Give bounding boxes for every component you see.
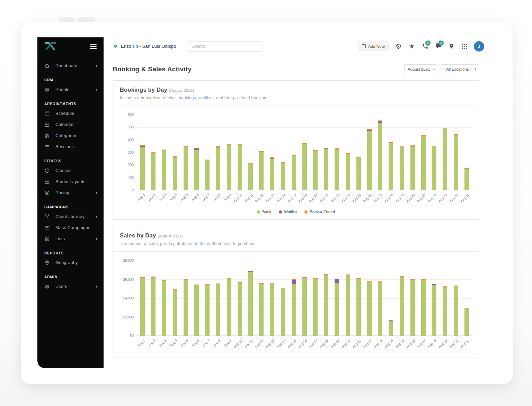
sidebar-item-client-journey[interactable]: Client Journey▼ [37,211,104,222]
sidebar-section-header: CRM [37,71,104,84]
x-tick-label: Aug 7 [201,193,210,202]
sidebar-item-sessions[interactable]: Sessions [37,141,104,152]
plot-area [137,261,472,336]
bar-slot [385,261,396,336]
sidebar-item-label: Calendar [55,122,98,127]
bar-segment-book [389,143,393,190]
bar-slot [440,115,450,190]
stepper-icon: ▴▾ [475,68,476,71]
menu-toggle-icon[interactable] [90,43,97,50]
sidebar-item-dashboard[interactable]: Dashboard▼ [37,60,104,71]
search-input[interactable] [187,41,263,52]
bar-segment-book [205,285,210,336]
stacked-bar-aug-28 [432,146,436,190]
calls-icon[interactable]: 3 [418,40,432,53]
bar-slot [461,261,472,336]
x-tick-label: Aug 5 [180,339,189,348]
stacked-bar-aug-10 [238,144,242,190]
bar-slot [277,115,288,190]
sidebar-item-label: Mass Campaigns [55,225,98,230]
bar-slot [331,115,342,190]
favorites-icon[interactable]: ★ [405,40,418,53]
user-avatar[interactable]: J [474,41,484,52]
sidebar-item-users[interactable]: Users▼ [37,281,104,292]
sidebar-item-pricing[interactable]: Pricing▼ [37,187,104,198]
x-tick-label: Aug 1 [136,339,145,348]
bar-segment-book [162,281,166,336]
stacked-bar-aug-7 [205,284,210,336]
bar-slot [191,115,202,190]
stacked-bar-aug-29 [443,286,447,336]
add-note-button[interactable]: Add Note [358,42,389,51]
bar-segment-book [378,123,382,190]
apps-grid-icon[interactable] [458,40,471,53]
divider [182,42,182,51]
bar-slot [267,261,277,336]
stacked-bar-aug-22 [367,281,372,336]
y-tick-label: 200 [118,163,134,167]
bar-segment-book [454,135,458,190]
stacked-bar-aug-24 [389,320,393,336]
bar-slot [375,115,385,190]
bar-segment-book [356,279,361,336]
bar-slot [429,115,440,190]
stacked-bar-aug-21 [356,157,361,190]
bar-slot [353,115,364,190]
sidebar-item-categories[interactable]: Categories [37,130,104,141]
location-indicator[interactable]: Enzo Fit - San Luis Obispo [113,44,176,49]
x-tick-label: Aug 9 [223,339,232,348]
location-select-value: - All Locations - [444,67,471,71]
stacked-bar-aug-5 [184,146,188,190]
sidebar-item-geography[interactable]: Geography [37,257,104,268]
notification-badge: 3 [425,40,431,46]
sidebar-item-label: Schedule [55,111,98,116]
bar-slot [397,115,407,190]
sidebar-item-calendar[interactable]: Calendar [37,119,104,130]
sidebar-item-label: Pricing [55,190,95,195]
bar-segment-book [216,284,220,336]
bookings-by-day-card: Bookings by Day(August 2021) Includes a … [113,80,479,220]
stacked-bar-aug-8 [216,283,220,336]
stacked-bar-aug-9 [227,144,231,190]
month-select[interactable]: August 2021 ▴▾ [404,64,438,74]
sidebar-item-people[interactable]: People▼ [37,84,104,95]
chart-legend: BookWaitlistBook-a-Friend [120,206,472,219]
bar-slot [277,261,288,336]
sidebar-item-studio-layouts[interactable]: Studio Layouts [37,176,104,187]
bar-slot [137,115,148,190]
card-title-row: Sales by Day(August 2021) [120,232,472,239]
stacked-bar-aug-13 [270,157,274,190]
location-pin-icon[interactable] [445,40,458,53]
content: Booking & Sales Activity August 2021 ▴▾ … [104,64,488,358]
sidebar-item-lists[interactable]: Lists▼ [37,233,104,244]
stacked-bar-aug-3 [162,150,166,190]
bar-slot [450,261,461,336]
messages-icon[interactable]: 3 [432,40,445,53]
bar-slot [267,115,277,190]
sidebar-item-mass-campaigns[interactable]: Mass Campaigns [37,222,104,233]
bar-segment-book [443,287,447,336]
bar-slot [353,261,364,336]
x-tick-label: Aug 3 [158,339,167,348]
bar-slot [170,115,180,190]
bar-segment-book [378,282,382,336]
stacked-bar-aug-23 [378,120,382,190]
stacked-bar-aug-6 [194,148,199,190]
bar-segment-book [324,149,328,190]
bar-slot [385,115,396,190]
y-tick-label: 300 [118,151,134,154]
settings-icon[interactable]: ⚙ [392,40,405,53]
bar-segment-book [410,280,415,336]
sidebar-item-schedule[interactable]: Schedule [37,108,104,119]
location-select[interactable]: - All Locations - ▴▾ [441,64,479,74]
divider [113,251,479,252]
sidebar-item-classes[interactable]: Classes [37,165,104,176]
legend-item-book: Book [257,210,271,214]
bar-slot [289,115,299,190]
stacked-bar-aug-25 [400,276,404,336]
y-tick-label: $4,000 [118,296,134,300]
bar-segment-book [281,288,285,336]
bar-slot [234,115,245,190]
stacked-bar-aug-12 [259,283,264,336]
bar-segment-book [464,169,469,190]
